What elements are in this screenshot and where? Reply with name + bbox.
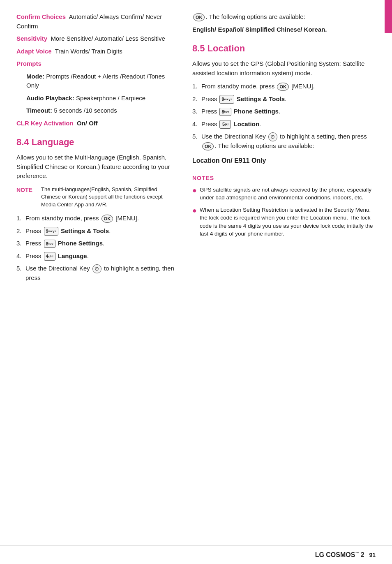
trademark: ™	[355, 551, 359, 555]
clr-value: On/ Off	[77, 120, 98, 127]
location-section: 8.5 Location Allows you to set the GPS (…	[192, 42, 376, 238]
key-8: 8 tuv	[44, 240, 55, 248]
location-steps: 1. From standby mode, press OK [MENU]. 2…	[192, 82, 376, 151]
intro-section: Confirm Choices Automatic/ Always Confir…	[16, 12, 176, 128]
language-note: NOTE The multi-languages(English, Spanis…	[16, 186, 176, 209]
ok-key-loc5: OK	[202, 142, 214, 151]
ok-key-1: OK	[101, 215, 113, 223]
step-2: 2. Press 9 wxyz Settings & Tools.	[16, 227, 176, 236]
loc-step-2: 2. Press 9 wxyz Settings & Tools.	[192, 95, 376, 104]
step-1: 1. From standby mode, press OK [MENU].	[16, 214, 176, 223]
location-description: Allows you to set the GPS (Global Positi…	[192, 59, 376, 78]
adapt-voice-value: Train Words/ Train Digits	[55, 48, 122, 55]
key-9: 9 wxyz	[44, 227, 58, 236]
mode-value: Prompts /Readout + Alerts /Readout /Tone…	[26, 73, 165, 89]
page-number: 91	[369, 552, 376, 558]
step-5: 5. Use the Directional Key ⊙ to highligh…	[16, 264, 176, 283]
key-8-loc: 8 tuv	[219, 108, 231, 116]
location-options: Location On/ E911 Only	[192, 156, 376, 166]
dir-key-1: ⊙	[92, 264, 101, 273]
location-heading: 8.5 Location	[192, 42, 376, 55]
left-column: Confirm Choices Automatic/ Always Confir…	[16, 12, 188, 546]
notes-heading: NOTES	[192, 174, 376, 183]
key-5-loc: 5 jkl	[219, 120, 231, 129]
audio-value: Speakerphone / Earpiece	[76, 95, 145, 102]
adapt-voice-label: Adapt Voice	[16, 48, 52, 55]
notes-list: ● GPS satellite signals are not always r…	[192, 186, 376, 238]
content-area: Confirm Choices Automatic/ Always Confir…	[0, 0, 392, 546]
language-options: English/ Español/ Simplified Chinese/ Ko…	[192, 25, 376, 35]
sensitivity-label: Sensitivity	[16, 35, 47, 42]
clr-label: CLR Key Activation	[16, 120, 74, 127]
timeout-label: Timeout:	[26, 107, 52, 114]
audio-label: Audio Playback:	[26, 95, 74, 102]
key-9-loc: 9 wxyz	[219, 95, 234, 104]
prompts-label: Prompts	[16, 60, 42, 67]
note-text: The multi-languages(English, Spanish, Si…	[41, 186, 176, 209]
note-text-1: GPS satellite signals are not always rec…	[200, 186, 376, 202]
notes-section: NOTES ● GPS satellite signals are not al…	[192, 174, 376, 238]
step-3: 3. Press 8 tuv Phone Settings.	[16, 239, 176, 248]
note-label: NOTE	[16, 186, 41, 209]
loc-step-1: 1. From standby mode, press OK [MENU].	[192, 82, 376, 91]
language-steps: 1. From standby mode, press OK [MENU]. 2…	[16, 214, 176, 283]
bullet-2: ●	[192, 205, 200, 216]
timeout-value: 5 seconds /10 seconds	[54, 107, 117, 114]
right-intro: OK. The following options are available:	[192, 12, 376, 22]
footer-content: LG COSMOS™ 2 91	[315, 550, 376, 560]
mode-label: Mode:	[26, 73, 44, 80]
key-4: 4 ghi	[44, 252, 55, 261]
confirm-choices-label: Confirm Choices	[16, 13, 66, 20]
bullet-1: ●	[192, 185, 200, 196]
language-section: 8.4 Language Allows you to set the Multi…	[16, 135, 176, 283]
right-column: OK. The following options are available:…	[188, 12, 376, 546]
step-4: 4. Press 4 ghi Language.	[16, 252, 176, 261]
tab-marker	[385, 0, 392, 33]
loc-step-5: 5. Use the Directional Key ⊙ to highligh…	[192, 132, 376, 151]
brand-name: LG COSMOS™ 2	[315, 551, 364, 558]
sensitivity-value: More Sensitive/ Automatic/ Less Sensitiv…	[51, 35, 165, 42]
language-description: Allows you to set the Multi-language (En…	[16, 153, 176, 181]
footer: LG COSMOS™ 2 91	[0, 546, 392, 564]
loc-step-4: 4. Press 5 jkl Location.	[192, 120, 376, 129]
note-item-2: ● When a Location Setting Restriction is…	[192, 206, 376, 238]
page: Confirm Choices Automatic/ Always Confir…	[0, 0, 392, 564]
ok-key-r: OK	[193, 13, 205, 22]
note-item-1: ● GPS satellite signals are not always r…	[192, 186, 376, 202]
note-text-2: When a Location Setting Restriction is a…	[200, 206, 376, 238]
language-heading: 8.4 Language	[16, 135, 176, 149]
ok-key-loc1: OK	[277, 83, 289, 91]
loc-step-3: 3. Press 8 tuv Phone Settings.	[192, 107, 376, 116]
dir-key-loc: ⊙	[268, 132, 277, 141]
